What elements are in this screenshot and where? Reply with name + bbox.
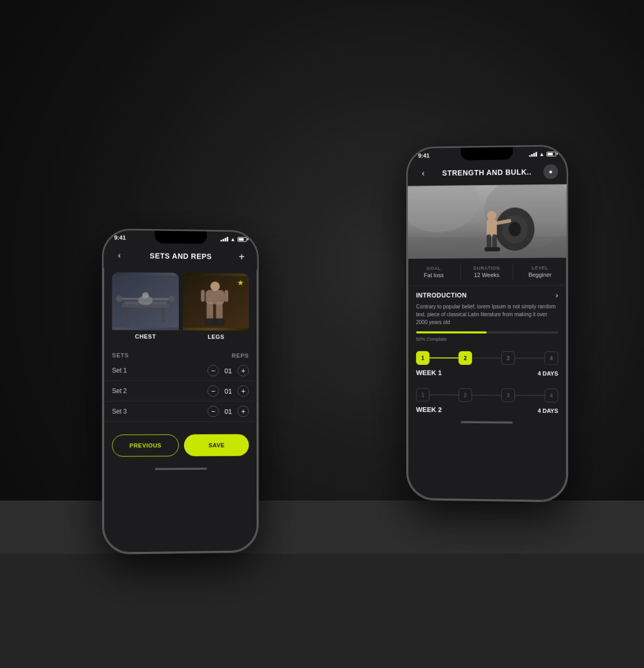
svg-rect-10 <box>162 308 164 322</box>
status-icons-left: ▲ <box>221 236 247 242</box>
week2-dot-3[interactable]: 3 <box>501 388 515 402</box>
wifi-icon-right: ▲ <box>539 151 544 157</box>
progress-bar-fill <box>416 331 487 333</box>
chest-card[interactable]: CHEST <box>112 272 179 343</box>
week1-dot-4[interactable]: 4 <box>544 351 558 365</box>
set-3-plus[interactable]: + <box>237 406 249 417</box>
week2-line-1 <box>430 394 459 395</box>
nav-bar-right: ‹ STRENGTH AND BULK.. ● <box>408 159 567 186</box>
set-2-plus[interactable]: + <box>237 385 249 397</box>
week2-dot-2[interactable]: 2 <box>458 388 472 402</box>
phones-container: 9:41 ▲ ‹ SETS AND REPS + <box>61 73 583 595</box>
set-row-1: Set 1 − 01 + <box>104 361 257 382</box>
nav-bar-left: ‹ SETS AND REPS + <box>104 243 257 269</box>
set-3-label: Set 3 <box>112 408 126 415</box>
week1-line-3 <box>515 358 544 359</box>
progress-label: 50% Complate <box>408 336 567 347</box>
introduction-text: Contrary to popular belief, lorem Ipsum … <box>408 303 567 331</box>
week2-dots: 1 2 3 4 <box>416 388 558 402</box>
set-1-label: Set 1 <box>112 367 126 374</box>
set-2-minus[interactable]: − <box>208 385 219 397</box>
reps-column-label: REPS <box>232 352 249 359</box>
week2-days: 4 DAYS <box>538 407 558 413</box>
week2-title-row: WEEK 2 4 DAYS <box>416 406 558 414</box>
week2-dot-4[interactable]: 4 <box>544 389 558 402</box>
week1-line-2 <box>472 358 501 359</box>
status-icons-right: ▲ <box>529 151 556 157</box>
battery-icon-right <box>547 152 556 156</box>
svg-rect-20 <box>201 290 204 302</box>
category-grid: CHEST <box>104 268 257 347</box>
phone-left: 9:41 ▲ ‹ SETS AND REPS + <box>102 228 259 555</box>
svg-rect-30 <box>487 219 497 237</box>
set-2-label: Set 2 <box>112 387 126 395</box>
wifi-icon: ▲ <box>231 236 236 242</box>
svg-point-31 <box>487 211 497 220</box>
set-row-2: Set 2 − 01 + <box>104 381 257 401</box>
add-button[interactable]: + <box>234 249 249 264</box>
svg-point-7 <box>116 295 123 302</box>
save-button[interactable]: SAVE <box>184 434 249 456</box>
level-value: Begginer <box>513 271 567 278</box>
legs-card[interactable]: ★ LEGS <box>183 273 249 343</box>
back-button-right[interactable]: ‹ <box>416 166 431 180</box>
workout-stats: GOAL Fat loss DURATION 12 Weeks LEVEL Be… <box>408 258 567 286</box>
progress-bar-container <box>416 331 558 333</box>
time-left: 9:41 <box>114 234 125 240</box>
workout-hero-image <box>408 184 567 259</box>
previous-button[interactable]: PREVIOUS <box>112 434 179 457</box>
set-3-controls: − 01 + <box>208 406 249 417</box>
home-indicator-right <box>408 418 567 428</box>
stat-level: LEVEL Begginer <box>513 263 567 280</box>
notch-right <box>461 147 513 160</box>
chest-label: CHEST <box>112 330 179 343</box>
legs-svg: ★ <box>183 273 249 331</box>
phone-right: 9:41 ▲ ‹ STRENGTH AND BULK.. <box>406 145 568 503</box>
sets-column-label: SETS <box>112 352 129 359</box>
svg-point-5 <box>142 292 149 299</box>
bottom-buttons: PREVIOUS SAVE <box>104 426 257 465</box>
duration-value: 12 Weeks <box>461 272 513 278</box>
chest-image <box>112 272 179 330</box>
home-indicator-left <box>104 464 257 474</box>
svg-point-18 <box>210 282 220 291</box>
week2-dot-1[interactable]: 1 <box>416 388 430 401</box>
set-1-plus[interactable]: + <box>237 365 249 376</box>
svg-rect-9 <box>126 307 129 321</box>
svg-rect-16 <box>214 318 225 326</box>
duration-label: DURATION <box>461 266 513 271</box>
sets-header: SETS REPS <box>104 347 257 361</box>
week1-dot-1[interactable]: 1 <box>416 351 430 365</box>
set-1-value: 01 <box>224 367 233 375</box>
svg-rect-15 <box>205 318 215 326</box>
week2-section: 1 2 3 4 WEEK 2 4 DAYS <box>408 384 567 419</box>
signal-icon <box>221 236 228 241</box>
week1-dots: 1 2 3 4 <box>416 351 558 365</box>
week1-dot-2[interactable]: 2 <box>458 351 472 365</box>
notch-left <box>155 231 207 244</box>
back-button-left[interactable]: ‹ <box>112 248 126 262</box>
set-1-controls: − 01 + <box>208 365 249 376</box>
svg-rect-19 <box>224 290 228 302</box>
svg-text:★: ★ <box>237 279 244 287</box>
set-2-controls: − 01 + <box>208 385 249 397</box>
level-label: LEVEL <box>513 265 567 271</box>
signal-icon-right <box>529 152 537 156</box>
set-1-minus[interactable]: − <box>208 365 219 376</box>
week2-line-3 <box>515 395 544 396</box>
introduction-header[interactable]: INTRODUCTION › <box>408 286 567 303</box>
set-2-value: 01 <box>224 387 233 395</box>
svg-rect-17 <box>205 290 224 304</box>
battery-icon <box>237 237 247 241</box>
week2-line-2 <box>472 395 501 396</box>
profile-icon: ● <box>549 168 553 175</box>
stat-goal: GOAL Fat loss <box>408 263 460 280</box>
set-3-minus[interactable]: − <box>208 406 219 417</box>
set-3-value: 01 <box>224 407 233 415</box>
legs-image: ★ <box>183 273 249 331</box>
chevron-right-icon: › <box>556 291 558 300</box>
svg-point-29 <box>509 222 521 236</box>
profile-button[interactable]: ● <box>543 164 558 179</box>
week1-dot-3[interactable]: 3 <box>501 351 515 365</box>
svg-point-8 <box>168 296 175 303</box>
